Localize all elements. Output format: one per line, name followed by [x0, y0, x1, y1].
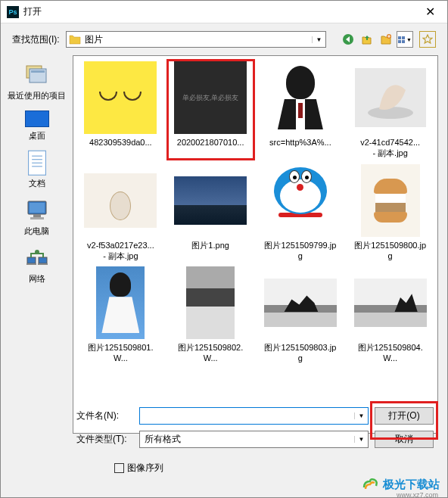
file-item[interactable]: 图片1.png: [166, 162, 255, 263]
svg-rect-11: [30, 203, 45, 213]
file-name: 图片1251509803.jpg: [263, 342, 338, 364]
thumbnail: [84, 61, 157, 134]
file-name: 图片1251509799.jpg: [263, 240, 338, 262]
thumbnail: [84, 173, 157, 228]
back-button[interactable]: [340, 31, 356, 48]
file-name: 图片1.png: [191, 240, 229, 251]
file-item[interactable]: 图片1251509802.W...: [166, 264, 255, 366]
svg-rect-17: [38, 263, 48, 265]
sidebar-computer[interactable]: 此电脑: [1, 198, 73, 237]
filetype-label: 文件类型(T):: [76, 433, 133, 446]
sidebar-recent-label: 最近使用的项目: [8, 90, 66, 101]
file-item[interactable]: v2-41cd74542... - 副本.jpg: [346, 59, 434, 160]
svg-rect-16: [26, 263, 36, 265]
file-name: 482309539da0...: [89, 137, 152, 148]
view-mode-button[interactable]: ▼: [397, 31, 413, 48]
close-button[interactable]: ✕: [413, 1, 447, 23]
file-item[interactable]: v2-f53a0217e23... - 副本.jpg: [76, 162, 165, 263]
photoshop-icon: Ps: [7, 6, 19, 18]
file-name: 图片1251509804.W...: [353, 342, 428, 364]
up-folder-button[interactable]: [359, 31, 375, 48]
thumbnail: [354, 279, 427, 327]
sidebar-docs-label: 文档: [29, 178, 45, 189]
watermark-logo-icon: [361, 475, 379, 493]
window-title: 打开: [23, 5, 42, 18]
thumbnail: [186, 266, 235, 339]
file-item[interactable]: src=http%3A%...: [257, 59, 345, 160]
file-item[interactable]: 图片1251509800.jpg: [346, 162, 434, 263]
thumbnail: [361, 164, 420, 237]
folder-icon: [67, 34, 83, 45]
folder-dropdown-icon[interactable]: ▼: [312, 36, 325, 43]
thumbnail: [355, 68, 426, 127]
new-folder-button[interactable]: [378, 31, 394, 48]
file-name: 图片1251509800.jpg: [353, 240, 428, 262]
file-item[interactable]: 图片1251509799.jpg: [257, 162, 345, 263]
file-name: v2-f53a0217e23... - 副本.jpg: [87, 240, 154, 262]
watermark-url: www.xz7.com: [397, 491, 438, 498]
svg-rect-15: [39, 257, 47, 263]
file-name: v2-41cd74542... - 副本.jpg: [360, 137, 420, 159]
desktop-icon: [25, 110, 49, 127]
dropdown-icon[interactable]: ▼: [354, 412, 368, 419]
recent-icon: [25, 63, 49, 87]
filename-input[interactable]: ▼: [139, 407, 369, 425]
sidebar-computer-label: 此电脑: [24, 226, 49, 237]
range-label: 查找范围(I):: [12, 33, 60, 46]
file-item[interactable]: 图片1251509801.W...: [76, 264, 165, 366]
svg-rect-12: [33, 214, 41, 217]
network-icon: [25, 246, 49, 270]
file-item[interactable]: 单必损友,单必损友 2020021807010...: [166, 59, 255, 160]
folder-select[interactable]: 图片 ▼: [66, 31, 326, 48]
file-browser[interactable]: 482309539da0... 单必损友,单必损友 2020021807010.…: [73, 55, 438, 434]
sidebar-docs[interactable]: 文档: [1, 151, 73, 189]
file-name: 2020021807010...: [177, 137, 244, 148]
svg-rect-4: [31, 70, 45, 73]
sidebar-recent[interactable]: 最近使用的项目: [1, 63, 73, 101]
dropdown-icon[interactable]: ▼: [354, 436, 368, 443]
file-name: 图片1251509801.W...: [82, 342, 158, 364]
file-item[interactable]: 图片1251509803.jpg: [257, 264, 345, 366]
sidebar-desktop[interactable]: 桌面: [1, 110, 73, 142]
sequence-label: 图像序列: [127, 462, 163, 475]
sidebar-network[interactable]: 网络: [1, 246, 73, 285]
thumbnail: [274, 61, 327, 134]
computer-icon: [25, 198, 49, 223]
file-item[interactable]: 图片1251509804.W...: [346, 264, 434, 366]
document-icon: [25, 151, 49, 175]
folder-name: 图片: [83, 33, 312, 46]
sidebar-network-label: 网络: [29, 273, 45, 285]
cancel-button[interactable]: 取消: [375, 431, 434, 448]
sidebar-desktop-label: 桌面: [29, 130, 45, 142]
thumbnail: [96, 266, 145, 339]
thumbnail: [269, 164, 332, 237]
file-name: 图片1251509802.W...: [173, 342, 248, 364]
sequence-checkbox[interactable]: [114, 463, 124, 473]
filename-label: 文件名(N):: [76, 409, 133, 422]
thumbnail: 单必损友,单必损友: [174, 61, 247, 134]
thumbnail: [174, 176, 247, 225]
filetype-select[interactable]: 所有格式 ▼: [139, 431, 369, 448]
favorite-button[interactable]: [419, 31, 436, 48]
thumbnail: [264, 279, 337, 327]
svg-point-18: [35, 250, 39, 254]
file-item[interactable]: 482309539da0...: [76, 59, 165, 160]
svg-rect-14: [27, 257, 36, 263]
open-button[interactable]: 打开(O): [375, 407, 434, 425]
file-name: src=http%3A%...: [269, 137, 331, 148]
svg-rect-13: [30, 217, 44, 219]
